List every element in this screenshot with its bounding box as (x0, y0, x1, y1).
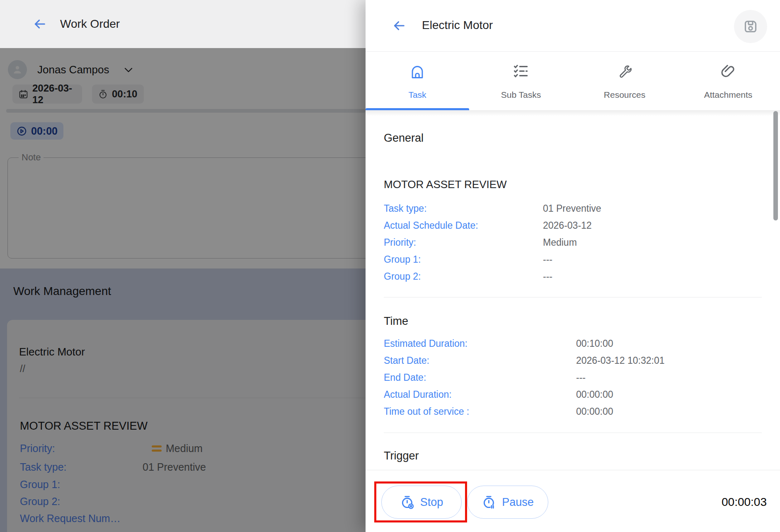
back-arrow-icon[interactable] (33, 17, 47, 31)
stopwatch-stop-icon (400, 494, 416, 510)
field-label: Priority: (384, 237, 543, 248)
stop-button-label: Stop (420, 496, 443, 509)
field-row: Actual Schedule Date: 2026-03-12 (384, 217, 755, 234)
page-title: Work Order (60, 0, 120, 48)
drawer-back-arrow-icon[interactable] (392, 19, 406, 33)
field-value: 01 Preventive (543, 203, 601, 214)
tab-label: Task (366, 90, 469, 100)
asset-review-title: MOTOR ASSET REVIEW (384, 178, 507, 191)
save-button[interactable] (734, 10, 767, 43)
paperclip-icon (719, 62, 737, 80)
tab-attachments[interactable]: Attachments (676, 52, 780, 110)
task-drawer: Electric Motor Task Sub Tasks (366, 0, 780, 532)
drawer-title: Electric Motor (422, 0, 493, 51)
time-section-title: Time (384, 315, 408, 328)
field-label: Group 1: (384, 254, 543, 265)
field-row: Time out of service : 00:00:00 (384, 403, 755, 420)
field-row: Start Date: 2026-03-12 10:32:01 (384, 352, 755, 369)
field-label: Start Date: (384, 355, 576, 366)
tab-resources[interactable]: Resources (573, 52, 676, 110)
field-row: End Date: --- (384, 369, 755, 386)
section-divider (384, 433, 762, 433)
field-label: Estimated Duration: (384, 338, 576, 349)
field-row: Task type: 01 Preventive (384, 200, 755, 217)
work-order-header: Work Order (0, 0, 366, 48)
pause-button-label: Pause (502, 496, 534, 509)
trigger-section-title: Trigger (384, 450, 419, 462)
scrollbar-thumb[interactable] (773, 111, 778, 220)
tab-sub-tasks[interactable]: Sub Tasks (469, 52, 573, 110)
drawer-backdrop[interactable] (0, 48, 366, 532)
field-label: Time out of service : (384, 406, 576, 417)
stopwatch-pause-icon (482, 494, 497, 510)
field-label: End Date: (384, 372, 576, 383)
field-row: Priority: Medium (384, 234, 755, 251)
work-order-page: Work Order Jonas Campos 2026-03-12 00:1 (0, 0, 366, 532)
field-label: Group 2: (384, 271, 543, 282)
wrench-icon (615, 62, 634, 80)
tab-task[interactable]: Task (366, 52, 469, 110)
field-value: --- (543, 254, 552, 265)
app-screen: Work Order Jonas Campos 2026-03-12 00:1 (0, 0, 780, 532)
drawer-tabs: Task Sub Tasks Resources Attachments (366, 52, 780, 110)
drawer-header: Electric Motor (366, 0, 780, 52)
field-value: 2026-03-12 10:32:01 (576, 355, 665, 366)
task-tab-content: General MOTOR ASSET REVIEW Task type: 01… (366, 110, 780, 470)
field-value: Medium (543, 237, 577, 248)
save-icon (742, 18, 759, 35)
time-fields: Estimated Duration: 00:10:00 Start Date:… (384, 335, 755, 420)
field-row: Group 1: --- (384, 251, 755, 268)
checklist-icon (512, 62, 530, 80)
field-row: Actual Duration: 00:00:00 (384, 386, 755, 403)
field-value: 00:10:00 (576, 338, 613, 349)
drawer-footer: Stop Pause 00:00:03 (366, 470, 780, 532)
field-value: --- (576, 372, 586, 383)
home-icon (408, 62, 426, 80)
tab-label: Attachments (676, 90, 780, 100)
elapsed-timer: 00:00:03 (722, 486, 767, 519)
tab-label: Resources (573, 90, 676, 100)
field-value: 00:00:00 (576, 389, 613, 400)
field-label: Actual Duration: (384, 389, 576, 400)
field-value: 2026-03-12 (543, 220, 592, 231)
general-section-title: General (384, 132, 424, 145)
section-divider (384, 297, 762, 297)
pause-button[interactable]: Pause (467, 486, 548, 519)
field-label: Task type: (384, 203, 543, 214)
field-row: Group 2: --- (384, 268, 755, 285)
field-row: Estimated Duration: 00:10:00 (384, 335, 755, 352)
general-fields: Task type: 01 Preventive Actual Schedule… (384, 200, 755, 285)
tab-label: Sub Tasks (469, 90, 573, 100)
stop-button[interactable]: Stop (381, 486, 462, 519)
field-label: Actual Schedule Date: (384, 220, 543, 231)
field-value: --- (543, 271, 552, 282)
field-value: 00:00:00 (576, 406, 613, 417)
